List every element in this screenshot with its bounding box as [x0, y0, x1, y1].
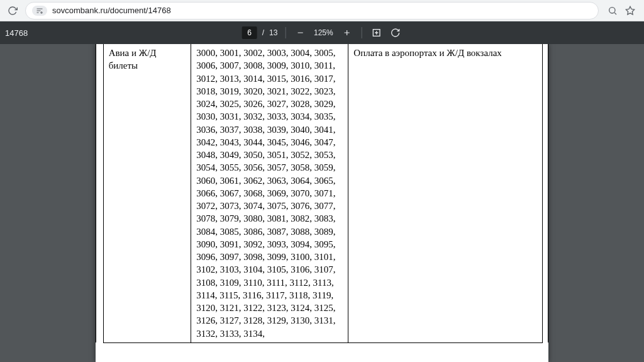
rotate-icon: [390, 28, 400, 38]
pdf-toolbar-center: / 13 125%: [242, 26, 402, 40]
svg-marker-2: [626, 6, 634, 14]
fit-page-icon: [371, 28, 381, 38]
site-settings-chip[interactable]: [32, 6, 47, 16]
pdf-document-title: 14768: [5, 28, 28, 38]
svg-point-0: [609, 7, 615, 13]
pdf-page: Авиа и Ж/Д билеты 3000, 3001, 3002, 3003…: [96, 44, 548, 362]
tune-icon: [36, 7, 43, 14]
rotate-button[interactable]: [388, 26, 402, 40]
mcc-codes-table: Авиа и Ж/Д билеты 3000, 3001, 3002, 3003…: [96, 44, 548, 343]
category-cell: Авиа и Ж/Д билеты: [103, 44, 191, 342]
toolbar-divider: [285, 27, 286, 38]
page-total: 13: [269, 28, 277, 37]
minus-icon: [296, 28, 304, 37]
chrome-right-controls: [602, 4, 640, 17]
page-number-input[interactable]: [242, 26, 257, 39]
page-separator: /: [262, 28, 264, 37]
pdf-viewport[interactable]: Авиа и Ж/Д билеты 3000, 3001, 3002, 3003…: [0, 44, 644, 362]
zoom-level-label: 125%: [312, 28, 335, 37]
address-bar[interactable]: sovcombank.ru/document/14768: [25, 2, 599, 20]
zoom-lens-icon[interactable]: [606, 4, 619, 17]
zoom-out-button[interactable]: [293, 26, 307, 40]
url-text: sovcombank.ru/document/14768: [52, 6, 592, 15]
toolbar-divider: [361, 27, 362, 38]
reload-button[interactable]: [4, 2, 21, 20]
browser-chrome-bar: sovcombank.ru/document/14768: [0, 0, 644, 21]
pdf-toolbar: 14768 / 13 125%: [0, 21, 644, 44]
codes-cell: 3000, 3001, 3002, 3003, 3004, 3005, 3006…: [191, 44, 348, 342]
table-margin-right: [542, 44, 548, 342]
fit-page-button[interactable]: [369, 26, 383, 40]
zoom-in-button[interactable]: [340, 26, 353, 40]
reload-icon: [8, 6, 18, 16]
description-cell: Оплата в аэропортах и Ж/Д вокзалах: [348, 44, 542, 342]
bookmark-star-icon[interactable]: [624, 4, 636, 17]
table-row: Авиа и Ж/Д билеты 3000, 3001, 3002, 3003…: [96, 44, 548, 342]
table-margin-left: [96, 44, 104, 342]
plus-icon: [342, 28, 351, 37]
svg-line-1: [614, 13, 616, 14]
